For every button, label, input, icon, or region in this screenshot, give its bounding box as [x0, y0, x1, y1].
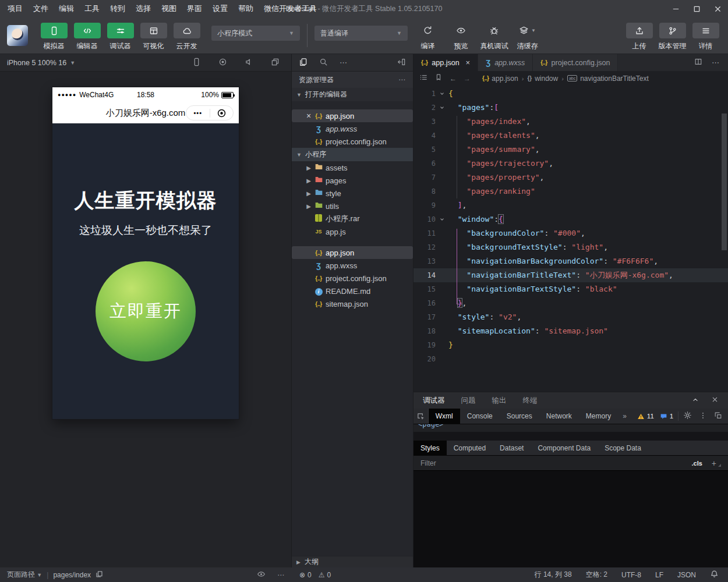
bookmark-button[interactable]	[434, 73, 443, 83]
code-line-5[interactable]: 5 "pages/summary",	[414, 143, 728, 157]
toolbar-menu-button[interactable]: 详情	[689, 23, 722, 51]
user-avatar[interactable]	[7, 25, 28, 46]
sim-mute-button[interactable]	[245, 58, 253, 68]
explorer-more-actions[interactable]: ⋯	[340, 58, 347, 67]
file-row-app.json[interactable]: ×{..}app.json	[292, 109, 413, 122]
new-style-rule-button[interactable]: +	[712, 459, 721, 468]
code-line-17[interactable]: 17 "style": "v2",	[414, 310, 728, 324]
explorer-files-button[interactable]	[299, 58, 308, 68]
cls-toggle[interactable]: .cls	[691, 460, 702, 467]
file-row-app.js[interactable]: JSapp.js	[292, 225, 413, 238]
styles-tab-Styles[interactable]: Styles	[414, 441, 447, 455]
close-panel-button[interactable]	[711, 396, 719, 405]
code-line-11[interactable]: 11 "backgroundColor": "#000",	[414, 226, 728, 240]
code-line-14[interactable]: 14 "navigationBarTitleText": "小刀娱乐网-x6g.…	[414, 268, 728, 282]
collapse-sidebar-button[interactable]	[397, 58, 406, 68]
devtools-tab-Wxml[interactable]: Wxml	[429, 409, 460, 424]
code-line-18[interactable]: 18 "sitemapLocation": "sitemap.json"	[414, 324, 728, 338]
elements-node[interactable]: <page>	[418, 424, 443, 428]
toolbar-code-button[interactable]: 编辑器	[70, 23, 104, 51]
status-item-0[interactable]: 行 14, 列 38	[535, 570, 572, 580]
inspect-element-button[interactable]	[414, 409, 429, 424]
code-line-13[interactable]: 13 "navigationBarBackgroundColor": "#F6F…	[414, 254, 728, 268]
sim-phone-button[interactable]	[192, 58, 201, 68]
toolbar-grid-button[interactable]: 可视化	[137, 23, 170, 51]
toolbar-bug-button[interactable]: 真机调试	[478, 23, 511, 51]
editor-tab-project.config.json[interactable]: {..}project.config.json	[533, 54, 618, 71]
toolbar-layers-button[interactable]: ▼清缓存	[511, 23, 544, 51]
toolbar-branch-button[interactable]: 版本管理	[656, 23, 689, 51]
elements-tree[interactable]: <page>	[414, 424, 728, 432]
explorer-search-button[interactable]	[319, 58, 328, 68]
copydoc-icon[interactable]	[96, 570, 103, 578]
split-editor-button[interactable]	[694, 58, 702, 68]
code-line-3[interactable]: 3 "pages/index",	[414, 115, 728, 129]
device-selector[interactable]: iPhone 5 100% 16▼	[7, 59, 75, 67]
code-line-20[interactable]: 20	[414, 352, 728, 366]
toolbar-eye-button[interactable]: 预览	[444, 23, 478, 51]
file-row-style[interactable]: ▶style	[292, 187, 413, 200]
styles-filter-input[interactable]: Filter	[420, 459, 436, 467]
file-row-README.md[interactable]: iREADME.md	[292, 285, 413, 297]
debugger-tab-终端[interactable]: 终端	[523, 396, 538, 406]
menu-item-3[interactable]: 工具	[79, 0, 105, 17]
file-row-project.config.json[interactable]: {..}project.config.json	[292, 272, 413, 285]
compile-mode-select[interactable]: 普通编译▼	[314, 26, 408, 41]
capsule-menu[interactable]: •••	[186, 105, 234, 120]
breadcrumb-item-window[interactable]: {}window	[527, 74, 558, 83]
collapse-panel-button[interactable]	[691, 396, 699, 406]
file-row-app.json[interactable]: {..}app.json	[292, 246, 413, 259]
maximize-button[interactable]	[686, 0, 707, 17]
toolbar-cloud-button[interactable]: 云开发	[170, 23, 203, 51]
styles-tab-Scope Data[interactable]: Scope Data	[598, 441, 648, 455]
breadcrumb-item-app.json[interactable]: {..}app.json	[482, 74, 518, 83]
nav-back-button[interactable]: ←	[450, 74, 457, 83]
editor-scrollbar[interactable]	[722, 113, 727, 250]
editor-tab-app.wxss[interactable]: Ʒapp.wxss	[478, 54, 533, 71]
status-problems[interactable]: ⊗0 ⚠0	[291, 571, 414, 579]
restart-button[interactable]: 立即重开	[96, 261, 196, 361]
close-editor-icon[interactable]: ×	[305, 111, 313, 120]
toolbar-phone-button[interactable]: 模拟器	[37, 23, 70, 51]
editor-tab-app.json[interactable]: {..}app.json×	[414, 54, 478, 71]
file-row-小程序.rar[interactable]: 小程序.rar	[292, 212, 413, 225]
code-line-1[interactable]: 1{	[414, 87, 728, 101]
devtools-menu-button[interactable]	[699, 411, 707, 421]
code-line-7[interactable]: 7 "pages/property",	[414, 171, 728, 184]
file-row-project.config.json[interactable]: {..}project.config.json	[292, 135, 413, 148]
code-line-6[interactable]: 6 "pages/trajectory",	[414, 157, 728, 171]
file-row-assets[interactable]: ▶assets	[292, 161, 413, 174]
explorer-more-button[interactable]: ⋯	[398, 76, 406, 84]
code-line-16[interactable]: 16 },	[414, 296, 728, 310]
styles-tab-Computed[interactable]: Computed	[447, 441, 493, 455]
code-editor[interactable]: 1{2 "pages":[3 "pages/index",4 "pages/ta…	[414, 86, 728, 392]
undock-button[interactable]	[714, 411, 722, 421]
menu-item-4[interactable]: 转到	[105, 0, 130, 17]
warnings-badge[interactable]: 11	[637, 413, 654, 420]
debugger-tab-调试器[interactable]: 调试器	[423, 396, 445, 406]
status-item-3[interactable]: LF	[655, 571, 663, 579]
breadcrumb-item-navigationBarTitleText[interactable]: abcnavigationBarTitleText	[567, 74, 649, 83]
code-line-12[interactable]: 12 "backgroundTextStyle": "light",	[414, 240, 728, 254]
file-row-sitemap.json[interactable]: {..}sitemap.json	[292, 297, 413, 310]
copy-path-button[interactable]	[96, 570, 103, 580]
file-row-pages[interactable]: ▶pages	[292, 174, 413, 187]
devtools-settings-button[interactable]	[683, 411, 692, 421]
code-line-2[interactable]: 2 "pages":[	[414, 101, 728, 115]
debugger-tab-问题[interactable]: 问题	[461, 396, 476, 406]
close-tab-icon[interactable]: ×	[466, 58, 471, 67]
file-row-utils[interactable]: ▶utils	[292, 200, 413, 212]
toolbar-refresh-button[interactable]: 编译	[411, 23, 444, 51]
devtools-tab-Memory[interactable]: Memory	[579, 409, 618, 424]
status-item-4[interactable]: JSON	[677, 571, 696, 579]
menu-item-8[interactable]: 设置	[207, 0, 233, 17]
devtools-tab-Network[interactable]: Network	[539, 409, 579, 424]
notifications-bell-button[interactable]	[710, 570, 719, 580]
menu-item-10[interactable]: 微信开发者工具	[259, 0, 322, 17]
menu-item-2[interactable]: 编辑	[54, 0, 79, 17]
outline-list-button[interactable]	[419, 73, 427, 83]
open-editors-section[interactable]: ▼打开的编辑器	[292, 88, 413, 101]
devtools-more-tabs[interactable]: »	[618, 412, 631, 420]
menu-item-0[interactable]: 项目	[2, 0, 28, 17]
more-menu-icon[interactable]: •••	[186, 109, 210, 116]
